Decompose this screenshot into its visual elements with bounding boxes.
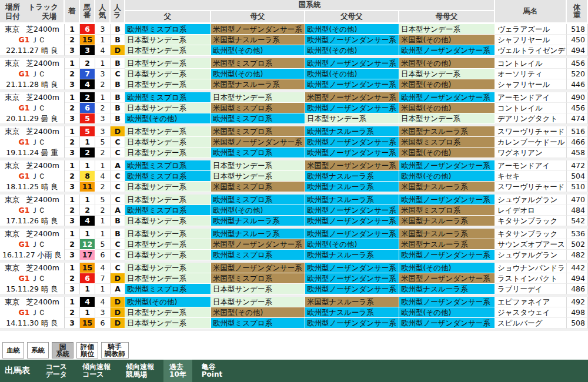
rank-letter: A: [111, 284, 125, 294]
lineage-sire: 欧州型ミスプロ系: [125, 92, 211, 103]
lineage-sires-dam-sire: 欧州型ノーザンダンサー系: [305, 35, 399, 45]
lineage-sires-dam-sire: 欧州型(その他): [305, 24, 399, 35]
horse-number: 4: [80, 297, 95, 307]
nav-course-data[interactable]: コース データ: [40, 360, 74, 382]
race-place-track: 東京芝2400m: [0, 58, 64, 69]
header-horse-number: 馬 番: [80, 0, 95, 22]
header-sire: 父: [125, 11, 211, 22]
lineage-dams-dam-sire: 欧州型(その他): [399, 307, 495, 318]
horse-weight: 456: [567, 58, 588, 69]
tab-pedigree[interactable]: 血統: [2, 342, 24, 358]
lineage-sire: 日本型サンデー系: [125, 263, 211, 273]
popularity: 2: [95, 148, 111, 158]
race-group: 東京芝2400mG1ＪＣ22.11.27 晴 良163B欧州型ミスプロ系米国型ノ…: [0, 24, 588, 58]
rank-letter: B: [111, 24, 125, 35]
race-place-track: 東京芝2400m: [0, 126, 64, 137]
lineage-sires-dam-sire: 欧州型ナスルーラ系: [305, 182, 399, 192]
lineage-dams-dam-sire: 米国型ナスルーラ系: [399, 229, 495, 239]
horse-name: キタサンブラック: [495, 216, 567, 226]
horse-number: 17: [80, 250, 95, 260]
rank-letter: B: [111, 92, 125, 103]
lineage-broodmare-sire: 米国型ノーザンダンサー系: [211, 263, 305, 273]
finish-position: 2: [65, 137, 80, 148]
lineage-sire: 日本型サンデー系: [125, 250, 211, 260]
lineage-dams-dam-sire: 米国型(その他): [399, 148, 495, 158]
lineage-broodmare-sire: 欧州型ミスプロ系: [211, 113, 305, 124]
popularity: 1: [95, 229, 111, 239]
horse-number: 2: [80, 148, 95, 158]
finish-position: 3: [65, 318, 80, 329]
lineage-sire: 日本型サンデー系: [125, 58, 211, 69]
horse-weight: 484: [567, 205, 588, 216]
finish-position: 3: [65, 45, 80, 56]
popularity: 4: [95, 45, 111, 56]
finish-position: 1: [65, 195, 80, 205]
lineage-sires-dam-sire: 欧州型ノーザンダンサー系: [305, 79, 399, 90]
horse-number: 1: [80, 284, 95, 294]
horse-number: 2: [80, 58, 95, 69]
finish-position: 1: [65, 160, 80, 171]
finish-position: 2: [65, 35, 80, 45]
finish-position: 2: [65, 239, 80, 250]
horse-name: ショウナンパンドラ: [495, 263, 567, 273]
rank-letter: B: [111, 229, 125, 239]
horse-weight: 508: [567, 318, 588, 329]
nav-kamegai-point[interactable]: 亀谷 Point: [196, 360, 228, 382]
lineage-broodmare-sire: 欧州型ミスプロ系: [211, 250, 305, 260]
race-group: 東京芝2400mG1ＪＣ14.11.30 晴 良144D欧州型(その他)日本型サ…: [0, 297, 588, 331]
lineage-dams-dam-sire: 欧州型(その他): [399, 263, 495, 273]
race-date-cond: 19.11.24 曇 重: [0, 148, 64, 158]
race-date-cond: 17.11.26 晴 良: [0, 216, 64, 226]
horse-weight: 450: [567, 35, 588, 45]
finish-position: 1: [65, 297, 80, 307]
finish-position: 3: [65, 182, 80, 192]
rank-letter: D: [111, 273, 125, 284]
race-grade-name: G1ＪＣ: [0, 137, 64, 148]
rank-letter: C: [111, 263, 125, 273]
tab-jockey-trainer[interactable]: 騎手 調教師: [101, 342, 129, 358]
finish-position: 2: [65, 103, 80, 113]
horse-weight: 536: [567, 229, 588, 239]
finish-position: 3: [65, 79, 80, 90]
lineage-sires-dam-sire: 米国型ノーザンダンサー系: [305, 92, 399, 103]
table-header: 場所 トラック 日付 天場 着 馬 番 人 気 人 ラ 国系統 父 母父 父母父…: [0, 0, 588, 22]
tab-lineage[interactable]: 系統: [27, 342, 49, 358]
horse-number: 1: [80, 160, 95, 171]
lineage-dams-dam-sire: 米国型ナスルーラ系: [399, 182, 495, 192]
finish-position: 3: [65, 284, 80, 294]
horse-number: 6: [80, 273, 95, 284]
lineage-dams-dam-sire: 米国型(その他): [399, 35, 495, 45]
horse-weight: 494: [567, 273, 588, 284]
race-info: 東京芝2400mG1ＪＣ14.11.30 晴 良: [0, 297, 65, 329]
nav-entry-table[interactable]: 出馬表: [0, 360, 36, 382]
lineage-sires-dam-sire: 欧州型ノーザンダンサー系: [305, 137, 399, 148]
lineage-broodmare-sire: 欧州型ミスプロ系: [211, 318, 305, 329]
rank-letter: B: [111, 35, 125, 45]
lineage-dams-dam-sire: 日本型サンデー系: [399, 24, 495, 35]
horse-name: オーソリティ: [495, 69, 567, 79]
lineage-sires-dam-sire: 欧州型ノーザンダンサー系: [305, 103, 399, 113]
finish-position: 1: [65, 24, 80, 35]
lineage-sires-dam-sire: 欧州型ノーザンダンサー系: [305, 263, 399, 273]
app: 場所 トラック 日付 天場 着 馬 番 人 気 人 ラ 国系統 父 母父 父母父…: [0, 0, 588, 382]
lineage-sire: 欧州型ミスプロ系: [125, 284, 211, 294]
lineage-sires-dam-sire: 欧州型ノーザンダンサー系: [305, 284, 399, 294]
lineage-broodmare-sire: 欧州型ミスプロ系: [211, 148, 305, 158]
nav-trend-report-course[interactable]: 傾向速報 コース: [76, 360, 116, 382]
header-place-label: 場所: [5, 2, 20, 11]
lineage-broodmare-sire: 欧州型ナスルーラ系: [211, 229, 305, 239]
nav-trend-report-track[interactable]: 傾向速報 競馬場: [120, 360, 160, 382]
nav-past-10-years[interactable]: 過去 10年: [163, 360, 192, 382]
race-group: 東京芝2400mG1ＪＣ18.11.25 晴 良111A欧州型ミスプロ系日本型サ…: [0, 160, 588, 195]
race-grade-name: G1ＪＣ: [0, 239, 64, 250]
horse-number: 1: [80, 195, 95, 205]
race-group: 東京芝2400mG1ＪＣ16.11.27 小雨 良111B日本型サンデー系欧州型…: [0, 229, 588, 263]
lineage-sires-dam-sire: 欧州型(その他): [305, 45, 399, 56]
tab-rating-rank[interactable]: 評価 順位: [76, 342, 98, 358]
tab-national-lineage[interactable]: 国 系統: [52, 342, 74, 358]
popularity: 2: [95, 79, 111, 90]
lineage-dams-dam-sire: 米国型ナスルーラ系: [399, 216, 495, 226]
header-popularity: 人 気: [95, 0, 111, 22]
lineage-broodmare-sire: 欧州型(その他): [211, 205, 305, 216]
lineage-sires-dam-sire: 欧州型ノーザンダンサー系: [305, 58, 399, 69]
